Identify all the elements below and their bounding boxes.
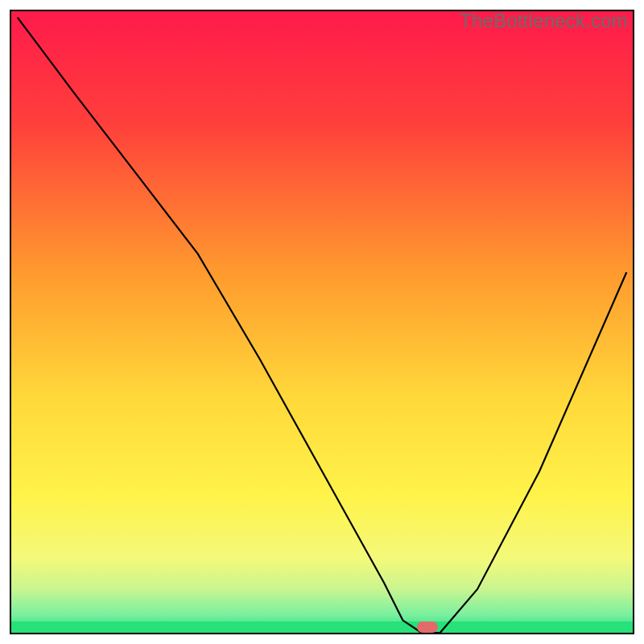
chart-frame: TheBottleneck.com bbox=[10, 10, 634, 634]
watermark-text: TheBottleneck.com bbox=[460, 10, 628, 32]
curve-path bbox=[18, 18, 627, 633]
bottleneck-curve bbox=[11, 11, 633, 633]
optimum-marker bbox=[417, 621, 438, 633]
